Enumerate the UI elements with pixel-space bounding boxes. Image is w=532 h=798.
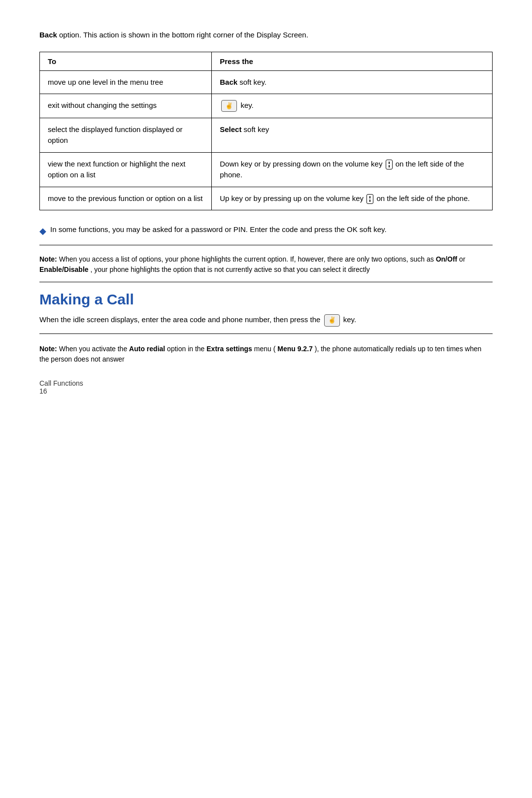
intro-bold: Back [39, 31, 57, 39]
note-block: Note: When you access a list of options,… [39, 254, 493, 282]
call-send-key-icon: ✌ [324, 314, 340, 327]
row1-to: move up one level in the menu tree [40, 70, 212, 94]
footer-menu-ref: Menu 9.2.7 [277, 345, 313, 353]
note-label: Note: [39, 255, 57, 263]
section-para-after: key. [343, 315, 356, 324]
volume-key-icon [386, 160, 393, 169]
footer-note-label: Note: [39, 345, 57, 353]
row5-to: move to the previous function or option … [40, 187, 212, 210]
footer-autoredial: Auto redial [129, 345, 165, 353]
send-key-icon: ✌ [221, 100, 237, 112]
row4-press: Down key or by pressing down on the volu… [212, 152, 493, 187]
row4-to: view the next function or highlight the … [40, 152, 212, 187]
diamond-icon: ◆ [39, 225, 46, 238]
note-onoff: On/Off [436, 255, 458, 263]
diamond-note: ◆ In some functions, you may be asked fo… [39, 224, 493, 245]
section-heading: Making a Call [39, 291, 493, 308]
navigation-table: To Press the move up one level in the me… [39, 52, 493, 211]
section-paragraph: When the idle screen displays, enter the… [39, 314, 493, 333]
table-row: view the next function or highlight the … [40, 152, 493, 187]
footer-note-text1: When you activate the [59, 345, 129, 353]
row2-to: exit without changing the settings [40, 94, 212, 118]
note-text: When you access a list of options, your … [59, 255, 436, 263]
table-row: exit without changing the settings ✌ key… [40, 94, 493, 118]
diamond-note-text: In some functions, you may be asked for … [50, 224, 387, 235]
note-or: or [459, 255, 465, 263]
col-press-header: Press the [212, 52, 493, 70]
section-para-before: When the idle screen displays, enter the… [39, 315, 323, 324]
table-row: move to the previous function or option … [40, 187, 493, 210]
footer-note: Note: When you activate the Auto redial … [39, 344, 493, 365]
page-footer: Call Functions 16 [39, 379, 493, 395]
footer-note-text3: menu ( [254, 345, 276, 353]
intro-text: option. This action is shown in the bott… [57, 31, 308, 39]
row3-press: Select soft key [212, 118, 493, 152]
footer-note-text2: option in the [167, 345, 206, 353]
intro-paragraph: Back option. This action is shown in the… [39, 30, 493, 41]
table-row: select the displayed function displayed … [40, 118, 493, 152]
footer-extrasettings: Extra settings [206, 345, 252, 353]
page-section-label: Call Functions [39, 379, 493, 387]
row3-to: select the displayed function displayed … [40, 118, 212, 152]
page-number: 16 [39, 387, 493, 395]
note-text2: , your phone highlights the option that … [90, 266, 369, 273]
table-row: move up one level in the menu tree Back … [40, 70, 493, 94]
row1-press: Back soft key. [212, 70, 493, 94]
col-to-header: To [40, 52, 212, 70]
note-enabledisable: Enable/Disable [39, 266, 89, 273]
row5-press: Up key or by pressing up on the volume k… [212, 187, 493, 210]
row2-press: ✌ key. [212, 94, 493, 118]
volume-key-icon [366, 194, 373, 204]
